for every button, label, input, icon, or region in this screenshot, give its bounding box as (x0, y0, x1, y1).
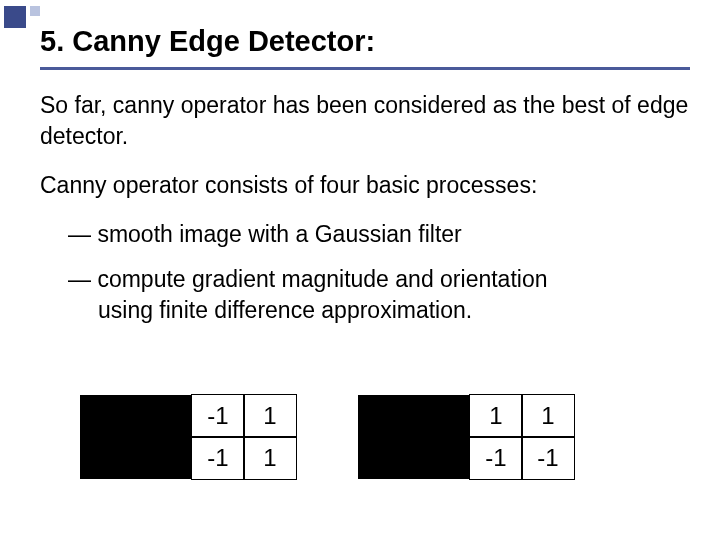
kernel-group-1: -1 1 -1 1 (80, 395, 296, 479)
kernel-grid-2: 1 1 -1 -1 (470, 395, 574, 479)
body-text: So far, canny operator has been consider… (40, 90, 690, 340)
list-item: — smooth image with a Gaussian filter (68, 219, 690, 250)
kernel-cell: -1 (521, 436, 575, 480)
title-block: 5. Canny Edge Detector: (40, 24, 690, 70)
kernel-cell: 1 (469, 394, 523, 438)
kernel-label-box (80, 395, 192, 479)
kernel-cell: -1 (191, 436, 245, 480)
paragraph-1: So far, canny operator has been consider… (40, 90, 690, 152)
kernel-cell: 1 (243, 436, 297, 480)
process-list: — smooth image with a Gaussian filter — … (68, 219, 690, 326)
kernel-cell: 1 (521, 394, 575, 438)
kernel-cell: 1 (243, 394, 297, 438)
kernel-grid-1: -1 1 -1 1 (192, 395, 296, 479)
kernel-cell: -1 (469, 436, 523, 480)
title-underline (40, 67, 690, 70)
paragraph-2: Canny operator consists of four basic pr… (40, 170, 690, 201)
kernel-group-2: 1 1 -1 -1 (358, 395, 574, 479)
kernel-cell: -1 (191, 394, 245, 438)
slide: 5. Canny Edge Detector: So far, canny op… (0, 0, 720, 540)
corner-square-small (30, 6, 40, 16)
list-item-line2: using finite difference approximation. (98, 297, 472, 323)
kernel-row: -1 1 -1 1 1 1 -1 -1 (80, 395, 680, 479)
slide-title: 5. Canny Edge Detector: (40, 24, 690, 59)
kernel-label-box (358, 395, 470, 479)
list-item-line1: — compute gradient magnitude and orienta… (68, 266, 547, 292)
list-item: — compute gradient magnitude and orienta… (68, 264, 690, 326)
corner-square-large (4, 6, 26, 28)
